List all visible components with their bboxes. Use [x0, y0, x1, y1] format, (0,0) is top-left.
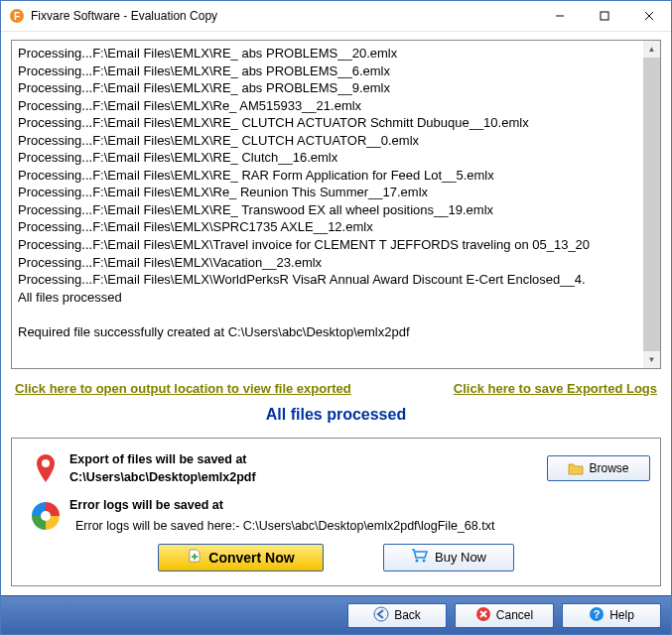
help-icon: ?: [589, 606, 605, 625]
folder-icon: [568, 461, 584, 475]
pie-chart-icon: [31, 501, 61, 531]
help-button[interactable]: ? Help: [562, 603, 661, 628]
svg-rect-3: [601, 12, 608, 20]
maximize-button[interactable]: [582, 1, 626, 31]
export-path-label: Export of files will be saved at: [69, 450, 541, 468]
window-title: Fixvare Software - Evaluation Copy: [31, 9, 537, 23]
window-controls: [537, 1, 671, 31]
footer-bar: Back Cancel ? Help: [1, 595, 671, 634]
back-button[interactable]: Back: [347, 603, 447, 628]
links-row: Click here to open output location to vi…: [11, 369, 661, 400]
convert-icon: [187, 548, 202, 567]
svg-text:?: ?: [594, 608, 601, 620]
buy-label: Buy Now: [435, 550, 486, 565]
status-message: All files processed: [11, 406, 661, 424]
app-icon: F: [9, 8, 25, 24]
svg-point-8: [415, 560, 418, 563]
app-window: F Fixvare Software - Evaluation Copy Pro…: [0, 0, 672, 635]
titlebar: F Fixvare Software - Evaluation Copy: [1, 1, 671, 32]
svg-point-9: [422, 560, 425, 563]
browse-label: Browse: [589, 461, 628, 475]
cancel-button[interactable]: Cancel: [455, 603, 554, 628]
cart-icon: [411, 548, 429, 567]
scrollbar[interactable]: ▲ ▼: [643, 41, 660, 368]
export-path-value: C:\Users\abc\Desktop\emlx2pdf: [69, 468, 541, 486]
errorlog-row: Error logs will be saved at Error logs w…: [22, 496, 650, 535]
buy-now-button[interactable]: Buy Now: [383, 544, 514, 572]
errorlog-path: Error logs will be saved here:- C:\Users…: [69, 514, 541, 535]
scroll-down-arrow[interactable]: ▼: [643, 351, 660, 368]
export-path-row: Export of files will be saved at C:\User…: [22, 450, 650, 486]
svg-text:F: F: [14, 11, 20, 22]
cancel-label: Cancel: [496, 608, 533, 622]
back-arrow-icon: [373, 606, 389, 625]
cancel-icon: [475, 606, 491, 625]
close-button[interactable]: [626, 1, 671, 31]
settings-panel: Export of files will be saved at C:\User…: [11, 438, 661, 586]
scroll-up-arrow[interactable]: ▲: [643, 41, 660, 58]
location-pin-icon: [33, 452, 59, 484]
svg-point-10: [374, 607, 388, 621]
log-text: Processing...F:\Email Files\EMLX\RE_ abs…: [12, 41, 643, 368]
svg-point-6: [42, 459, 50, 467]
convert-now-button[interactable]: Convert Now: [158, 544, 324, 572]
errorlog-label: Error logs will be saved at: [69, 496, 541, 514]
minimize-button[interactable]: [537, 1, 582, 31]
action-buttons-row: Convert Now Buy Now: [22, 544, 650, 577]
scroll-thumb[interactable]: [643, 58, 660, 351]
open-output-link[interactable]: Click here to open output location to vi…: [15, 381, 351, 396]
save-logs-link[interactable]: Click here to save Exported Logs: [454, 381, 657, 396]
content-area: Processing...F:\Email Files\EMLX\RE_ abs…: [1, 32, 671, 595]
svg-point-7: [41, 511, 51, 521]
help-label: Help: [609, 608, 634, 622]
browse-button[interactable]: Browse: [547, 455, 650, 481]
log-output[interactable]: Processing...F:\Email Files\EMLX\RE_ abs…: [11, 40, 661, 369]
convert-label: Convert Now: [208, 550, 294, 566]
back-label: Back: [394, 608, 421, 622]
